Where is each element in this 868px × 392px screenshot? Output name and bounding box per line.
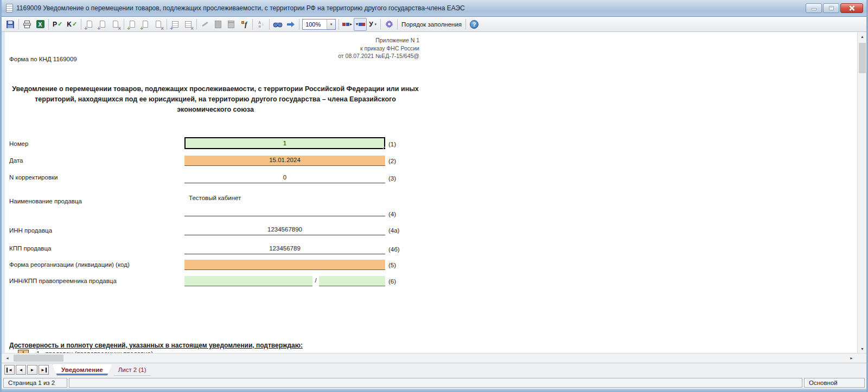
scroll-left-button[interactable]: ◄ [3, 354, 12, 363]
form-canvas: Приложение N 1 к приказу ФНС России от 0… [5, 32, 857, 353]
field-kpp[interactable]: 123456789 [184, 244, 385, 254]
last-sheet-button[interactable]: ► [39, 365, 49, 375]
prev-sheet-button[interactable]: ◄ [16, 365, 26, 375]
toolbar-separator [196, 19, 197, 30]
tab-list2[interactable]: Лист 2 (1) [109, 364, 156, 376]
field-data[interactable]: 15.01.2024 [184, 156, 385, 166]
form-title: Уведомление о перемещении товаров, подле… [10, 84, 420, 114]
minimize-button[interactable] [806, 3, 822, 13]
scroll-right-button[interactable]: ► [847, 354, 856, 363]
save-button[interactable] [4, 18, 17, 31]
toolbar-separator [81, 19, 81, 30]
scroll-down-button[interactable]: ▼ [858, 344, 867, 353]
add-page-button[interactable]: + [83, 18, 96, 31]
sort-button[interactable]: Ая ↓ [254, 18, 267, 31]
fill-block-lined-button[interactable] [225, 18, 238, 31]
next-sheet-button[interactable]: ► [27, 365, 37, 375]
horizontal-scroll-thumb[interactable] [14, 355, 63, 362]
print-button[interactable] [21, 18, 34, 31]
copy-sheet-icon [143, 21, 148, 28]
selection-fill-handle[interactable] [383, 147, 386, 150]
pencil-icon [202, 22, 208, 27]
field-function-button[interactable]: f [238, 18, 251, 31]
maximize-button[interactable] [823, 3, 839, 13]
settings-button[interactable] [382, 18, 395, 31]
fill-order-button[interactable]: Порядок заполнения [399, 18, 464, 31]
gear-icon [385, 20, 393, 28]
window-bottom-border [2, 389, 866, 392]
field-pravopreemnik-inn[interactable] [184, 276, 312, 286]
field-marker-5: (5) [388, 262, 396, 268]
help-button[interactable]: ? [468, 18, 481, 31]
first-sheet-button[interactable]: ◄ [4, 365, 15, 375]
titlebar: 1169009 Уведомление о перемещении товаро… [2, 0, 866, 17]
field-nomer[interactable]: 1 [184, 137, 385, 149]
field-marker-4: (4) [388, 211, 396, 217]
print-icon [23, 20, 31, 29]
sheet-tabs: Уведомление Лист 2 (1) [55, 364, 156, 376]
zoom-combobox[interactable]: 100% ▾ [302, 19, 336, 30]
copy-sheet-button[interactable]: + [139, 18, 152, 31]
edit-button[interactable] [199, 18, 212, 31]
field-pravopreemnik-kpp[interactable] [319, 276, 385, 286]
field-naimenovanie-underline [184, 216, 385, 216]
field-marker-3: (3) [388, 175, 396, 182]
next-icon: ► [30, 368, 35, 372]
toolbar-separator [48, 19, 49, 30]
toolbar-separator [339, 19, 339, 30]
function-icon: f [245, 20, 247, 29]
vertical-scrollbar[interactable]: ▲ ▼ [857, 32, 866, 353]
vertical-scroll-thumb[interactable] [859, 43, 866, 73]
toolbar-separator [18, 19, 19, 30]
scroll-up-button[interactable]: ▲ [858, 32, 867, 41]
field-marker-4b: (4б) [388, 246, 400, 253]
zoom-dropdown-icon[interactable]: ▾ [327, 20, 335, 29]
goto-button[interactable] [284, 18, 297, 31]
tab-uvedomlenie[interactable]: Уведомление [52, 364, 112, 376]
next-field-icon: ▸ [342, 22, 352, 27]
app-window: 1169009 Уведомление о перемещении товаро… [0, 0, 868, 392]
u-dropdown-button[interactable]: У ▾ [367, 18, 379, 31]
copy-page-button[interactable]: + [96, 18, 109, 31]
k-check-button[interactable]: K✓ [65, 18, 79, 31]
last-icon: ► [41, 368, 45, 372]
field-marker-1: (1) [388, 141, 396, 147]
block-lined-icon [228, 21, 234, 28]
field-separator: / [312, 276, 319, 286]
find-button[interactable] [271, 18, 284, 31]
toolbar-separator [124, 19, 124, 30]
delete-page-button[interactable]: × [109, 18, 122, 31]
field-marker-2: (2) [388, 158, 396, 164]
next-unfilled-field-icon: ▾ [355, 22, 365, 27]
field-label-inn: ИНН продавца [9, 227, 52, 234]
minimize-icon [811, 8, 817, 10]
left-arrow-icon: ◄ [5, 356, 9, 360]
toolbar-separator [299, 19, 299, 30]
field-naimenovanie[interactable]: Тестовый кабинет [184, 195, 385, 201]
horizontal-scrollbar[interactable]: ◄ ► [2, 353, 866, 363]
down-arrow-icon: ▼ [860, 347, 864, 351]
page-indicator: Страница 1 из 2 [3, 378, 67, 388]
toolbar-separator [269, 19, 270, 30]
toolbar-separator [380, 19, 381, 30]
close-button[interactable] [840, 3, 863, 13]
up-arrow-icon: ▲ [860, 35, 864, 38]
field-marker-4a: (4а) [388, 227, 399, 234]
delete-section-button[interactable]: × [182, 18, 195, 31]
fill-block-button[interactable] [212, 18, 225, 31]
save-icon [6, 20, 15, 29]
next-field-button[interactable]: ▸ [341, 18, 354, 31]
field-reorganizaciya[interactable] [184, 260, 385, 270]
excel-icon: X [36, 20, 44, 28]
field-label-data: Дата [9, 157, 23, 164]
delete-sheet-button[interactable]: × [152, 18, 165, 31]
add-sheet-button[interactable]: + [126, 18, 139, 31]
field-inn[interactable]: 1234567890 [184, 225, 385, 235]
copy-page-icon [100, 21, 105, 28]
next-unfilled-field-button[interactable]: ▾ [354, 18, 367, 31]
p-check-button[interactable]: P✓ [50, 18, 65, 31]
field-korrektirovka[interactable]: 0 [184, 173, 385, 183]
add-section-button[interactable]: + [169, 18, 182, 31]
field-pravopreemnik: / [184, 276, 385, 286]
export-excel-button[interactable]: X [34, 18, 47, 31]
